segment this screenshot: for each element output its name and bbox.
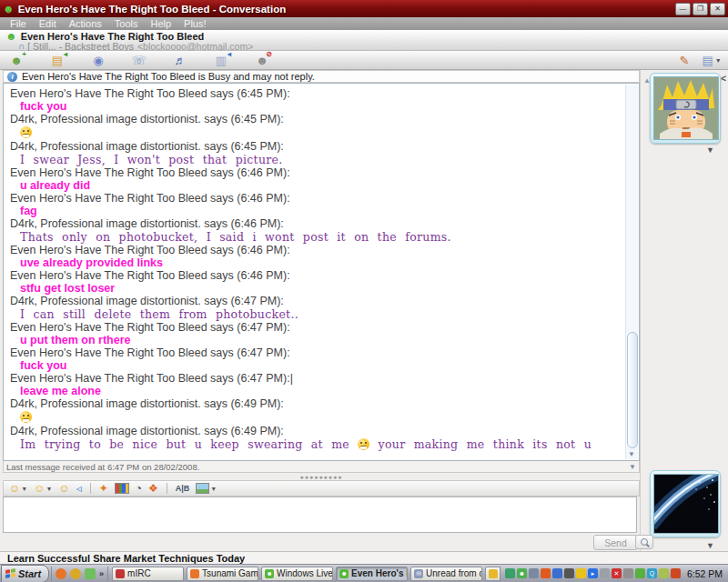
firefox-quicklaunch-icon[interactable] [56, 568, 66, 579]
menu-edit[interactable]: Edit [33, 18, 63, 29]
menu-help[interactable]: Help [144, 18, 177, 29]
message-body: Im trying to be nice but u keep swearing… [10, 437, 625, 451]
tray-icon-10[interactable]: ✕ [612, 568, 622, 578]
message-options-icon[interactable]: ▤▼ [703, 52, 721, 68]
scrollbar-thumb[interactable] [627, 332, 638, 448]
tray-icon-11[interactable] [623, 568, 633, 578]
handwriting-icon[interactable]: ✎ [675, 52, 693, 68]
tray-icon-15[interactable] [671, 568, 681, 578]
taskbar-button[interactable]: Macromedia Firew... [485, 567, 500, 581]
menu-plus[interactable]: Plus! [177, 18, 212, 29]
restore-button[interactable]: ❐ [693, 3, 708, 15]
tray-icon-1[interactable] [505, 568, 515, 578]
emoticons-icon[interactable]: ☺▼ [9, 483, 27, 494]
webcam-icon[interactable]: ◉ [89, 52, 107, 68]
webcam-settings-icon-glyph: ◔ [136, 483, 142, 494]
taskbar-button[interactable]: mIRC [112, 567, 184, 581]
tray-icon-3[interactable] [529, 568, 539, 578]
taskbar-button-icon [116, 569, 125, 578]
dropdown-arrow-icon: ▼ [210, 486, 217, 492]
invite-contact-icon-badge: + [22, 51, 26, 58]
call-icon[interactable]: ☏ [130, 52, 148, 68]
media-icon-glyph: ♬ [175, 55, 187, 66]
gift-icon[interactable]: ✦ [99, 483, 108, 494]
message-options-icon-glyph: ▤ [702, 55, 713, 66]
voice-clip-icon[interactable]: ◃ [76, 483, 82, 494]
tray-icon-12[interactable] [635, 568, 645, 578]
search-button[interactable] [635, 535, 653, 549]
scrollbar[interactable]: ▼ [625, 85, 638, 459]
menu-tools[interactable]: Tools [108, 18, 145, 29]
contact-picture-options-icon[interactable]: ▼ [706, 146, 714, 155]
info-icon: i [7, 72, 17, 82]
activities-icon[interactable]: ▥◂ [212, 52, 230, 68]
minimize-button[interactable]: — [675, 3, 691, 15]
jump-to-bottom-icon[interactable]: ▼ [629, 463, 636, 471]
invite-contact-icon[interactable]: ☻+ [7, 52, 25, 68]
my-picture-options-icon[interactable]: ▼ [706, 541, 714, 550]
send-file-icon[interactable]: ▤◂ [48, 52, 66, 68]
webcam-settings-icon[interactable]: ◔ [136, 483, 142, 494]
menu-actions[interactable]: Actions [63, 18, 108, 29]
media-icon[interactable]: ♬ [171, 52, 189, 68]
block-contact-icon[interactable]: ☻⊘ [253, 52, 271, 68]
close-button[interactable]: ✕ [710, 3, 725, 15]
tray-icon-8[interactable]: ▸ [588, 568, 598, 578]
message-text: stfu get lost loser [20, 282, 115, 295]
taskbar-button[interactable]: ☻Windows Live Mes... [261, 567, 333, 581]
winks-icon[interactable]: ☺▼ [34, 483, 52, 494]
quick-launch-overflow-icon[interactable]: » [99, 569, 104, 578]
tray-icon-6[interactable] [564, 568, 574, 578]
message-text: I can still delete them from photobucket… [20, 307, 298, 321]
menu-bar: FileEditActionsToolsHelpPlus! [0, 17, 728, 30]
expand-sidebar-icon[interactable]: < [721, 74, 726, 84]
photo-icon[interactable]: ▼ [196, 483, 217, 494]
games-icon[interactable]: ❖ [148, 483, 158, 494]
message-header: Even Hero's Have The Right Too Bleed say… [10, 192, 625, 205]
message-body: stfu get lost loser [10, 282, 625, 295]
menu-file[interactable]: File [4, 18, 33, 29]
message-input[interactable] [3, 497, 637, 533]
taskbar-button-label: mIRC [127, 568, 151, 578]
last-message-bar: Last message received at 6:47 PM on 28/0… [3, 461, 640, 473]
contact-display-picture[interactable] [650, 73, 721, 144]
message: D4rk, Professional image distortionist. … [10, 217, 625, 244]
message-body: u put them on rthere [10, 334, 625, 346]
tray-icon-7[interactable] [576, 568, 586, 578]
message-body: leave me alone [10, 385, 625, 397]
backgrounds-icon[interactable] [115, 483, 129, 494]
conversation-toolbar: ☻+▤◂◉☏♬▥◂☻⊘ ✎▤▼ [0, 51, 728, 70]
send-button[interactable]: Send [593, 535, 638, 550]
ad-banner[interactable]: Learn Successful Share Market Techniques… [0, 551, 728, 564]
nudge-icon[interactable]: ☺ [58, 483, 69, 494]
tray-icon-9[interactable] [600, 568, 610, 578]
taskbar-button-label: Tsunami Gaming • ... [202, 568, 258, 578]
tray-icon-2[interactable]: ☻ [517, 568, 527, 578]
taskbar-button[interactable]: Tsunami Gaming • ... [187, 567, 258, 581]
green-app-quicklaunch-icon[interactable] [85, 568, 96, 579]
tray-icon-4[interactable] [541, 568, 551, 578]
start-button[interactable]: Start [1, 565, 49, 582]
message-text: fuck you [20, 359, 66, 372]
naruto-avatar [653, 76, 719, 140]
tray-icon-13[interactable]: Q [647, 568, 657, 578]
message-body: fuck you [10, 359, 625, 372]
taskbar-button[interactable]: ✉Unread from conta... [410, 567, 482, 581]
toolbar-right: ✎▤▼ [675, 52, 721, 68]
my-display-picture[interactable] [650, 470, 721, 537]
now-playing-link[interactable]: [ Still... - Backstreet Boys [27, 41, 134, 52]
tray-icon-14[interactable] [659, 568, 669, 578]
baring-teeth-emoticon [358, 438, 369, 450]
scroll-down-icon[interactable]: ▼ [626, 448, 637, 459]
splitter-handle[interactable]: ●●●●●●●●● [3, 473, 640, 480]
message-header: Even Hero's Have The Right Too Bleed say… [10, 269, 625, 282]
taskbar-button[interactable]: ☻Even Hero's Hav... [336, 567, 408, 581]
voice-clip-icon-glyph: ◃ [76, 483, 82, 494]
message-history[interactable]: Even Hero's Have The Right Too Bleed say… [3, 83, 640, 461]
coin-quicklaunch-icon[interactable] [70, 568, 81, 579]
font-icon[interactable]: A|B [176, 484, 190, 493]
tray-icon-5[interactable] [552, 568, 562, 578]
message-header: D4rk, Professional image distortionist. … [10, 217, 625, 230]
titlebar[interactable]: ☻ Even Hero's Have The Right Too Bleed -… [0, 0, 728, 17]
sidebar-panel: ▲ < ▼ [640, 70, 728, 551]
